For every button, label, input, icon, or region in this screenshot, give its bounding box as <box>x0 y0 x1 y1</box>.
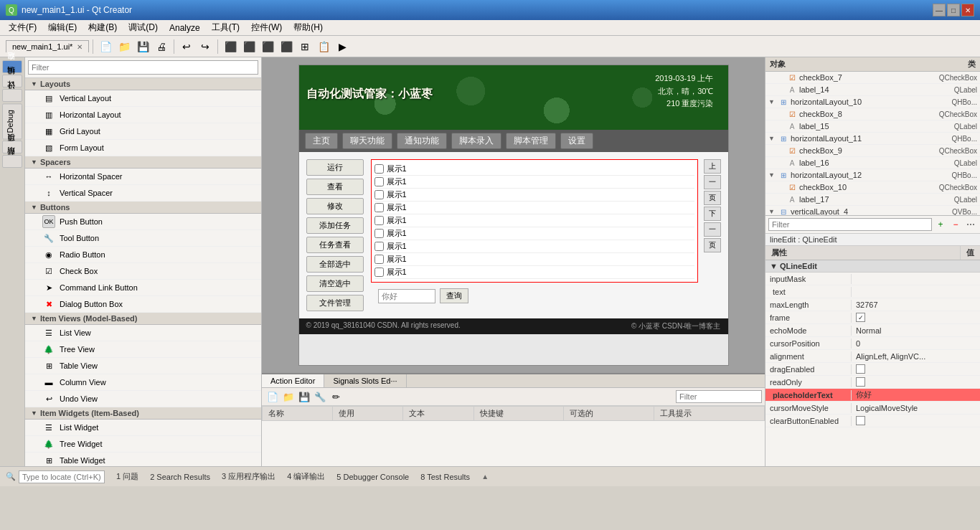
checkbox-7[interactable] <box>374 255 384 264</box>
menu-file[interactable]: 文件(F) <box>3 20 42 35</box>
obj-row-hlayout11[interactable]: ▼ ⊞ horizontalLayout_11 QHBo... <box>765 133 980 145</box>
prop-frame-checkbox[interactable] <box>856 313 865 322</box>
widget-grid-layout[interactable]: ▦ Grid Layout <box>25 123 261 140</box>
prop-placeholdertext[interactable]: placeholderText 你好 <box>765 389 980 402</box>
widget-command-link[interactable]: ➤ Command Link Button <box>25 280 261 296</box>
obj-row-label14[interactable]: A label_14 QLabel <box>765 84 980 96</box>
file-tab[interactable]: new_main1_1.ui* ✕ <box>6 40 89 52</box>
checkbox-1[interactable] <box>374 177 384 186</box>
form-canvas[interactable]: 自动化测试管家：小蓝枣 2019-03-19 上午 北京，晴，30℃ 210 重… <box>298 65 729 366</box>
prop-clearbuttonenabled-checkbox[interactable] <box>856 416 865 425</box>
btn-add-task[interactable]: 添加任务 <box>306 217 364 234</box>
btn-edit[interactable]: 修改 <box>306 198 364 214</box>
prop-clearbuttonenabled[interactable]: clearButtonEnabled <box>765 415 980 427</box>
tab-close-icon[interactable]: ✕ <box>77 43 83 51</box>
widget-list-widget[interactable]: ☰ List Widget <box>25 420 261 436</box>
prop-frame[interactable]: frame <box>765 311 980 324</box>
widget-horizontal-spacer[interactable]: ↔ Horizontal Spacer <box>25 169 261 185</box>
tb-open-button[interactable]: 📁 <box>116 39 133 55</box>
page-next-btn[interactable]: 一 <box>704 222 721 237</box>
nav-script-manage[interactable]: 脚本管理 <box>506 133 556 149</box>
tb-align-top-button[interactable]: ⬛ <box>259 39 276 55</box>
btn-view[interactable]: 查看 <box>306 179 364 195</box>
prop-cursorposition[interactable]: cursorPosition 0 <box>765 337 980 350</box>
prop-inputmask[interactable]: inputMask <box>765 273 980 285</box>
widget-tree-view[interactable]: 🌲 Tree View <box>25 341 261 358</box>
checkbox-6[interactable] <box>374 242 384 251</box>
widget-table-view[interactable]: ⊞ Table View <box>25 358 261 374</box>
tb-grid-button[interactable]: ⊞ <box>296 39 314 55</box>
prop-maxlength[interactable]: maxLength 32767 <box>765 298 980 311</box>
tb-align-left-button[interactable]: ⬛ <box>222 39 239 55</box>
tb-print-button[interactable]: 🖨 <box>153 39 170 55</box>
checkbox-3[interactable] <box>374 203 384 212</box>
checkbox-0[interactable] <box>374 164 384 174</box>
widget-undo-view[interactable]: ↩ Undo View <box>25 391 261 407</box>
obj-row-label15[interactable]: A label_15 QLabel <box>765 120 980 133</box>
ae-save-button[interactable]: 💾 <box>296 389 312 404</box>
menu-help[interactable]: 帮助(H) <box>288 20 329 35</box>
widget-push-button[interactable]: OK Push Button <box>25 214 261 230</box>
btn-task-view[interactable]: 任务查看 <box>306 237 364 253</box>
sidebar-tab-edit[interactable]: 编辑 <box>2 75 22 87</box>
tb-form-button[interactable]: 📋 <box>315 39 332 55</box>
widget-check-box[interactable]: ☑ Check Box <box>25 263 261 280</box>
tb-redo-button[interactable]: ↪ <box>197 39 214 55</box>
status-item-4[interactable]: 4 编译输出 <box>287 471 325 482</box>
props-more-btn[interactable]: ⋯ <box>964 218 977 231</box>
widget-vertical-layout[interactable]: ▤ Vertical Layout <box>25 90 261 107</box>
section-item-widgets[interactable]: ▼ Item Widgets (Item-Based) <box>25 407 261 420</box>
tb-undo-button[interactable]: ↩ <box>178 39 195 55</box>
obj-row-label17[interactable]: A label_17 QLabel <box>765 194 980 206</box>
tab-action-editor[interactable]: Action Editor <box>262 374 324 387</box>
checkbox-2[interactable] <box>374 190 384 199</box>
nav-chat[interactable]: 聊天功能 <box>342 133 392 149</box>
page-down-btn[interactable]: 下 <box>704 207 721 221</box>
menu-build[interactable]: 构建(B) <box>83 20 123 35</box>
checkbox-5[interactable] <box>374 229 384 238</box>
tab-signals-slots[interactable]: Signals Slots Ed··· <box>324 374 406 387</box>
status-item-6[interactable]: 8 Test Results <box>420 473 470 481</box>
ae-new-button[interactable]: 📄 <box>265 389 281 404</box>
prop-text[interactable]: text <box>765 285 980 298</box>
sidebar-tab-welcome[interactable]: 欢迎 <box>2 60 22 73</box>
tb-align-bottom-button[interactable]: ⬛ <box>278 39 295 55</box>
widget-table-widget[interactable]: ⊞ Table Widget <box>25 453 261 466</box>
status-item-5[interactable]: 5 Debugger Console <box>336 473 409 481</box>
section-item-views[interactable]: ▼ Item Views (Model-Based) <box>25 313 261 325</box>
widget-dialog-button-box[interactable]: ✖ Dialog Button Box <box>25 296 261 313</box>
search-field[interactable] <box>378 289 435 303</box>
obj-row-hlayout10[interactable]: ▼ ⊞ horizontalLayout_10 QHBo... <box>765 96 980 108</box>
obj-row-checkbox9[interactable]: ☑ checkBox_9 QCheckBox <box>765 145 980 157</box>
widget-vertical-spacer[interactable]: ↕ Vertical Spacer <box>25 185 261 202</box>
prop-readonly[interactable]: readOnly <box>765 376 980 389</box>
page-page2-btn[interactable]: 页 <box>704 238 721 252</box>
nav-settings[interactable]: 设置 <box>560 133 593 149</box>
obj-row-checkbox7[interactable]: ☑ checkBox_7 QCheckBox <box>765 72 980 84</box>
btn-select-all[interactable]: 全部选中 <box>306 256 364 273</box>
btn-file-manage[interactable]: 文件管理 <box>306 295 364 311</box>
minimize-button[interactable]: — <box>933 4 946 16</box>
section-layouts[interactable]: ▼ Layouts <box>25 78 261 90</box>
page-up-btn[interactable]: 上 <box>704 159 721 174</box>
section-buttons[interactable]: ▼ Buttons <box>25 202 261 214</box>
maximize-button[interactable]: □ <box>947 4 960 16</box>
widget-tree-widget[interactable]: 🌲 Tree Widget <box>25 436 261 453</box>
checkbox-4[interactable] <box>374 216 384 225</box>
obj-row-hlayout12[interactable]: ▼ ⊞ horizontalLayout_12 QHBo... <box>765 169 980 181</box>
props-filter-input[interactable] <box>768 218 932 231</box>
widget-tool-button[interactable]: 🔧 Tool Button <box>25 230 261 247</box>
menu-debug[interactable]: 调试(D) <box>123 20 164 35</box>
widget-form-layout[interactable]: ▧ Form Layout <box>25 140 261 156</box>
section-spacers[interactable]: ▼ Spacers <box>25 156 261 169</box>
props-add-btn[interactable]: + <box>934 218 947 231</box>
status-arrow[interactable]: ▲ <box>481 473 489 481</box>
menu-tools[interactable]: 工具(T) <box>206 20 245 35</box>
nav-notify[interactable]: 通知功能 <box>397 133 447 149</box>
status-item-1[interactable]: 1 问题 <box>116 471 138 482</box>
search-button[interactable]: 查询 <box>440 288 468 303</box>
page-one-btn[interactable]: 一 <box>704 175 721 189</box>
widget-filter-input[interactable] <box>28 60 258 75</box>
close-button[interactable]: ✕ <box>961 4 974 16</box>
obj-row-checkbox10[interactable]: ☑ checkBox_10 QCheckBox <box>765 181 980 194</box>
